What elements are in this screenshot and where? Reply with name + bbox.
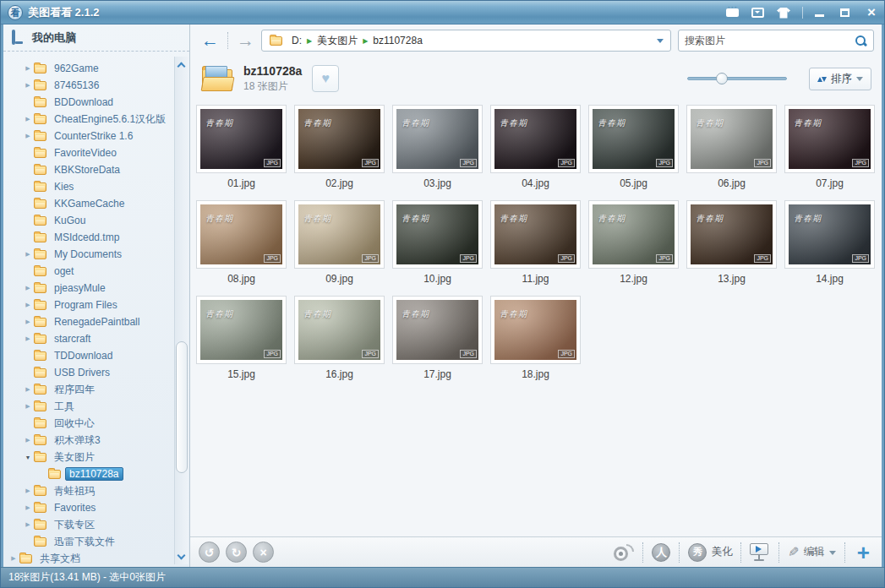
expand-arrow-icon[interactable]: ▶ [23,65,33,72]
photo-thumbnail[interactable]: 青春期JPG [789,109,871,169]
thumbnail-03.jpg[interactable]: 青春期JPG [392,105,483,173]
tree-item-美女图片[interactable]: ▼美女图片 [5,449,172,466]
my-computer-header[interactable]: 我的电脑 [3,24,189,52]
tree-item-共享文档[interactable]: ▶共享文档 [5,550,172,565]
delete-button[interactable]: × [253,542,274,563]
scroll-up-icon[interactable] [178,60,185,67]
expand-arrow-icon[interactable]: ▶ [23,403,33,410]
tree-item-迅雷下载文件[interactable]: 迅雷下载文件 [5,533,172,550]
tree-item-starcraft[interactable]: ▶starcraft [5,330,172,347]
expand-arrow-icon[interactable]: ▶ [23,521,33,528]
beautify-button[interactable]: 秀 美化 [688,543,732,562]
photo-thumbnail[interactable]: 青春期JPG [200,109,282,169]
favorite-button[interactable]: ♥ [312,65,339,92]
forward-button[interactable]: → [237,32,254,49]
feedback-icon[interactable] [726,7,740,19]
tree-item-Kies[interactable]: Kies [5,178,172,195]
tree-item-My Documents[interactable]: ▶My Documents [5,246,172,263]
thumbnail-14.jpg[interactable]: 青春期JPG [784,200,875,269]
photo-thumbnail[interactable]: 青春期JPG [298,300,380,360]
thumbnail-13.jpg[interactable]: 青春期JPG [686,200,777,269]
tree-item-bz110728a[interactable]: bz110728a [5,466,172,482]
photo-thumbnail[interactable]: 青春期JPG [298,204,380,264]
photo-thumbnail[interactable]: 青春期JPG [593,109,675,169]
breadcrumb-current[interactable]: bz110728a [373,35,423,46]
photo-thumbnail[interactable]: 青春期JPG [396,109,478,169]
tree-item-87465136[interactable]: ▶87465136 [5,77,172,94]
thumbnail-size-slider[interactable] [687,73,787,84]
search-input[interactable] [685,35,855,46]
photo-thumbnail[interactable]: 青春期JPG [691,109,773,169]
tree-item-oget[interactable]: oget [5,263,172,280]
tree-item-KKGameCache[interactable]: KKGameCache [5,195,172,212]
breadcrumb-dropdown-icon[interactable] [657,39,664,46]
add-button[interactable]: + [854,543,873,562]
edit-button[interactable]: ✎ 编辑 [788,544,835,560]
tree-item-回收中心[interactable]: 回收中心 [5,415,172,432]
photo-thumbnail[interactable]: 青春期JPG [200,204,282,264]
tree-item-积木弹球3[interactable]: ▶积木弹球3 [5,432,172,449]
breadcrumb-drive[interactable]: D: [292,35,302,46]
tree-item-USB Drivers[interactable]: USB Drivers [5,364,172,381]
expand-arrow-icon[interactable]: ▶ [23,335,33,342]
collapse-arrow-icon[interactable]: ▼ [23,455,33,460]
expand-arrow-icon[interactable]: ▶ [23,487,33,494]
expand-arrow-icon[interactable]: ▶ [23,302,33,308]
tree-item-青蛙祖玛[interactable]: ▶青蛙祖玛 [5,482,172,499]
photo-thumbnail[interactable]: 青春期JPG [494,109,576,169]
photo-thumbnail[interactable]: 青春期JPG [593,204,675,264]
photo-thumbnail[interactable]: 青春期JPG [494,204,576,264]
photo-thumbnail[interactable]: 青春期JPG [396,300,478,360]
expand-arrow-icon[interactable]: ▶ [23,285,33,291]
search-box[interactable] [678,30,874,52]
tree-item-RenegadePaintball[interactable]: ▶RenegadePaintball [5,313,172,330]
thumbnail-10.jpg[interactable]: 青春期JPG [392,200,483,269]
sort-button[interactable]: 排序 [809,68,871,90]
expand-arrow-icon[interactable]: ▶ [23,318,33,325]
tree-scrollbar[interactable] [174,57,188,564]
photo-thumbnail[interactable]: 青春期JPG [396,204,478,264]
expand-arrow-icon[interactable]: ▶ [23,437,33,444]
thumbnail-07.jpg[interactable]: 青春期JPG [784,105,875,173]
thumbnail-08.jpg[interactable]: 青春期JPG [196,200,287,269]
tree-item-工具[interactable]: ▶工具 [5,398,172,415]
tree-item-pjeasyMule[interactable]: ▶pjeasyMule [5,280,172,297]
thumbnail-11.jpg[interactable]: 青春期JPG [490,200,581,269]
expand-arrow-icon[interactable]: ▶ [8,555,19,562]
tree-item-Favorites[interactable]: ▶Favorites [5,499,172,516]
expand-arrow-icon[interactable]: ▶ [23,251,33,258]
thumbnail-09.jpg[interactable]: 青春期JPG [294,200,385,269]
minimize-button[interactable] [815,7,828,19]
thumbnail-18.jpg[interactable]: 青春期JPG [490,296,581,364]
thumbnail-12.jpg[interactable]: 青春期JPG [588,200,679,269]
weibo-share-icon[interactable] [614,544,634,561]
expand-arrow-icon[interactable]: ▶ [23,133,33,139]
thumbnail-04.jpg[interactable]: 青春期JPG [490,105,581,173]
close-button[interactable]: × [866,7,877,19]
tree-item-962Game[interactable]: ▶962Game [5,60,172,77]
portrait-icon[interactable]: 人 [652,543,670,562]
thumbnail-01.jpg[interactable]: 青春期JPG [196,105,287,173]
tree-item-CounterStrike 1.6[interactable]: ▶CounterStrike 1.6 [5,128,172,144]
photo-thumbnail[interactable]: 青春期JPG [298,109,380,169]
thumbnail-02.jpg[interactable]: 青春期JPG [294,105,385,173]
slider-thumb[interactable] [716,73,728,84]
maximize-button[interactable] [840,7,854,19]
back-button[interactable]: ← [201,32,219,49]
tree-item-下载专区[interactable]: ▶下载专区 [5,516,172,533]
tree-item-FavoriteVideo[interactable]: FavoriteVideo [5,144,172,161]
tree-item-KBKStoreData[interactable]: KBKStoreData [5,161,172,178]
expand-arrow-icon[interactable]: ▶ [23,504,33,511]
thumbnail-15.jpg[interactable]: 青春期JPG [196,296,287,364]
expand-arrow-icon[interactable]: ▶ [23,116,33,122]
breadcrumb-folder[interactable]: 美女图片 [317,34,358,48]
thumbnail-17.jpg[interactable]: 青春期JPG [392,296,483,364]
thumbnail-16.jpg[interactable]: 青春期JPG [294,296,385,364]
photo-thumbnail[interactable]: 青春期JPG [200,300,282,360]
tree-item-程序四年[interactable]: ▶程序四年 [5,381,172,398]
thumbnail-05.jpg[interactable]: 青春期JPG [588,105,679,173]
skin-icon[interactable] [777,7,790,19]
tree-item-TDDownload[interactable]: TDDownload [5,347,172,364]
slideshow-icon[interactable] [750,543,770,561]
breadcrumb[interactable]: D: ▶ 美女图片 ▶ bz110728a [261,30,671,52]
